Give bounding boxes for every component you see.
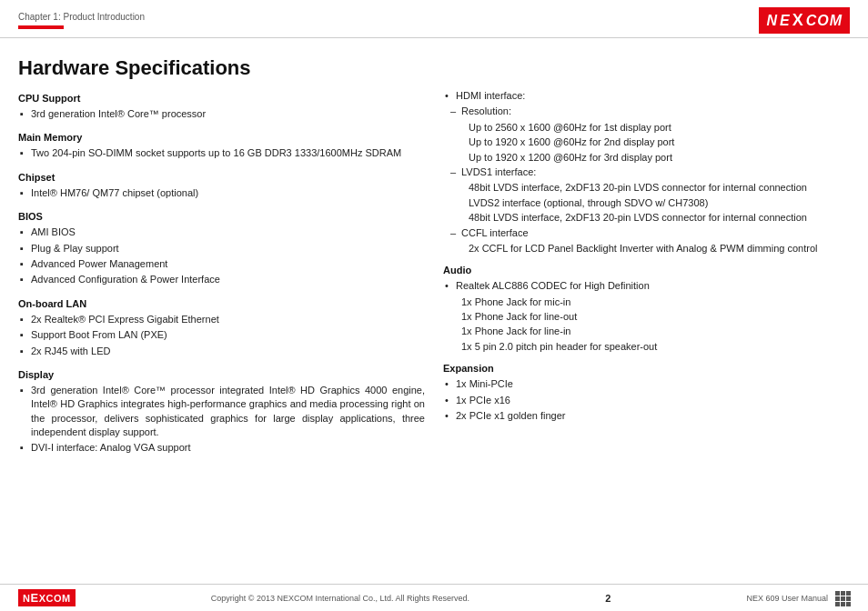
list-item: AMI BIOS (18, 225, 425, 239)
list-item: Plug & Play support (18, 242, 425, 255)
section-title-cpu: CPU Support (18, 93, 425, 104)
memory-list: Two 204-pin SO-DIMM socket supports up t… (18, 146, 425, 160)
lan-list: 2x Realtek® PCI Express Gigabit Ethernet… (18, 313, 425, 358)
section-bios: BIOS AMI BIOS Plug & Play support Advanc… (18, 211, 425, 287)
audio-line-3: 1x Phone Jack for line-in (443, 325, 850, 338)
resolution-line-2: Up to 1920 x 1600 @60Hz for 2nd display … (443, 135, 850, 149)
ccfl-dash: CCFL interface (443, 226, 850, 240)
audio-line-2: 1x Phone Jack for line-out (443, 310, 850, 324)
resolution-line-1: Up to 2560 x 1600 @60Hz for 1st display … (443, 121, 850, 135)
lvds1-line-1: 48bit LVDS interface, 2xDF13 20-pin LVDS… (443, 181, 850, 195)
lvds1-line-2: LVDS2 interface (optional, through SDVO … (443, 196, 850, 210)
logo-letter-n: N (766, 13, 778, 29)
cpu-list: 3rd generation Intel® Core™ processor (18, 107, 425, 121)
list-item: Intel® HM76/ QM77 chipset (optional) (18, 186, 425, 200)
page-footer: NEXCOM Copyright © 2013 NEXCOM Internati… (0, 584, 868, 611)
main-content: Hardware Specifications CPU Support 3rd … (0, 38, 868, 466)
ccfl-line-1: 2x CCFL for LCD Panel Backlight Inverter… (443, 242, 850, 255)
footer-nexcom-logo: NEXCOM (18, 589, 76, 606)
section-expansion: Expansion 1x Mini-PCIe 1x PCIe x16 2x PC… (443, 363, 850, 423)
section-title-display: Display (18, 369, 425, 380)
lvds1-line-3: 48bit LVDS interface, 2xDF13 20-pin LVDS… (443, 211, 850, 225)
grid-cell (846, 596, 851, 601)
audio-line-1: 1x Phone Jack for mic-in (443, 295, 850, 309)
logo-letter-e: E (780, 13, 791, 29)
section-title-audio: Audio (443, 265, 850, 275)
logo-com: COM (806, 13, 843, 29)
left-column: Hardware Specifications CPU Support 3rd … (18, 56, 425, 466)
section-title-lan: On-board LAN (18, 298, 425, 309)
grid-cell (835, 602, 840, 606)
section-title-bios: BIOS (18, 211, 425, 222)
expansion-item-2: 1x PCIe x16 (443, 394, 850, 407)
page-header: Chapter 1: Product Introduction NEXCOM (0, 0, 868, 38)
list-item: 3rd generation Intel® Core™ processor in… (18, 384, 425, 440)
expansion-item-3: 2x PCIe x1 golden finger (443, 409, 850, 423)
footer-page-number: 2 (605, 593, 611, 604)
resolution-dash: Resolution: (443, 105, 850, 118)
section-cpu-support: CPU Support 3rd generation Intel® Core™ … (18, 93, 425, 121)
grid-cell (841, 596, 845, 601)
list-item: 2x Realtek® PCI Express Gigabit Ethernet (18, 313, 425, 326)
nexcom-logo: NEXCOM (759, 7, 850, 34)
breadcrumb: Chapter 1: Product Introduction (18, 12, 145, 22)
section-chipset: Chipset Intel® HM76/ QM77 chipset (optio… (18, 172, 425, 200)
section-onboard-lan: On-board LAN 2x Realtek® PCI Express Gig… (18, 298, 425, 358)
grid-cell (846, 602, 851, 606)
footer-manual-label: NEX 609 User Manual (746, 594, 828, 603)
footer-right: NEX 609 User Manual (746, 591, 850, 606)
list-item: 3rd generation Intel® Core™ processor (18, 107, 425, 121)
lvds1-dash: LVDS1 interface: (443, 165, 850, 179)
grid-icon (835, 591, 850, 606)
logo-container: NEXCOM (759, 7, 850, 34)
section-title-chipset: Chipset (18, 172, 425, 183)
audio-line-4: 1x 5 pin 2.0 pitch pin header for speake… (443, 340, 850, 354)
list-item: Advanced Configuration & Power Interface (18, 273, 425, 286)
list-item: Advanced Power Management (18, 257, 425, 271)
list-item: Two 204-pin SO-DIMM socket supports up t… (18, 146, 425, 160)
section-main-memory: Main Memory Two 204-pin SO-DIMM socket s… (18, 132, 425, 160)
hdmi-bullet: HDMI interface: (443, 89, 850, 103)
section-display: Display 3rd generation Intel® Core™ proc… (18, 369, 425, 456)
chipset-list: Intel® HM76/ QM77 chipset (optional) (18, 186, 425, 200)
expansion-item-1: 1x Mini-PCIe (443, 377, 850, 391)
grid-cell (835, 596, 840, 601)
footer-logo-text: NEXCOM (23, 593, 71, 604)
footer-logo-area: NEXCOM (18, 589, 76, 606)
footer-copyright: Copyright © 2013 NEXCOM International Co… (211, 594, 469, 603)
red-bar-decoration (18, 25, 64, 29)
section-title-expansion: Expansion (443, 363, 850, 374)
page-title: Hardware Specifications (18, 56, 425, 80)
section-audio: Audio Realtek ALC886 CODEC for High Defi… (443, 265, 850, 354)
display-list: 3rd generation Intel® Core™ processor in… (18, 384, 425, 456)
grid-cell (846, 591, 851, 596)
bios-list: AMI BIOS Plug & Play support Advanced Po… (18, 225, 425, 287)
logo-letter-x: X (792, 11, 804, 30)
section-title-memory: Main Memory (18, 132, 425, 143)
list-item: DVI-I interface: Analog VGA support (18, 441, 425, 455)
right-column: HDMI interface: Resolution: Up to 2560 x… (443, 56, 850, 466)
resolution-line-3: Up to 1920 x 1200 @60Hz for 3rd display … (443, 151, 850, 165)
grid-cell (841, 602, 845, 606)
list-item: 2x RJ45 with LED (18, 345, 425, 358)
audio-bullet: Realtek ALC886 CODEC for High Definition (443, 279, 850, 293)
grid-cell (835, 591, 840, 596)
header-left: Chapter 1: Product Introduction (18, 12, 145, 29)
grid-cell (841, 591, 845, 596)
section-hdmi: HDMI interface: Resolution: Up to 2560 x… (443, 89, 850, 255)
list-item: Support Boot From LAN (PXE) (18, 328, 425, 342)
